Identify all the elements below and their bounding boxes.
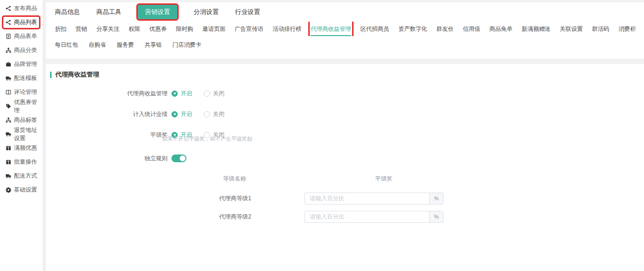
- gift-icon: [5, 145, 12, 151]
- subtab-credit-value[interactable]: 信用值: [463, 22, 480, 36]
- tab-product-info[interactable]: 商品信息: [55, 8, 80, 16]
- truck-icon: [5, 131, 12, 137]
- subtab-product-free-order[interactable]: 商品免单: [489, 22, 513, 36]
- sidebar-item-return-address-settings[interactable]: 退货地址设置: [0, 127, 43, 141]
- percent-input[interactable]: [304, 211, 429, 223]
- tab-industry-settings[interactable]: 行业设置: [235, 8, 260, 16]
- subtab-group-live-code[interactable]: 群活码: [592, 22, 609, 36]
- subtab-flash-sale[interactable]: 限时购: [176, 22, 193, 36]
- radio-dot-icon: [204, 111, 210, 117]
- card-gap: [46, 59, 644, 64]
- sidebar-item-delivery-method[interactable]: 配送方式: [0, 169, 43, 183]
- subtab-marketing[interactable]: 营销: [76, 22, 87, 36]
- subtab-consume-points-2[interactable]: 消费积分2: [618, 22, 635, 36]
- subtab-store-consume-card[interactable]: 门店消费卡: [172, 38, 201, 52]
- sidebar-item-batch-operations[interactable]: 批量操作: [0, 155, 43, 169]
- sidebar-item-delivery-template[interactable]: 配送模板: [0, 71, 43, 85]
- content-panel: 代理商收益管理 代理商收益管理 开启 关闭: [46, 64, 644, 271]
- subtab-coupon[interactable]: 优惠券: [149, 22, 167, 36]
- radio-dot-icon: [171, 90, 178, 97]
- form-row-agent-income: 代理商收益管理 开启 关闭: [46, 89, 644, 98]
- tab-profit-settings[interactable]: 分润设置: [194, 8, 219, 16]
- sidebar-item-publish-product[interactable]: 发布商品: [0, 1, 43, 15]
- tabs-card: 商品信息 商品工具 营销设置 分润设置 行业设置 折扣 营销 分享关注: [46, 2, 644, 59]
- percent-input[interactable]: [304, 193, 429, 205]
- subtab-permissions[interactable]: 权限: [129, 22, 140, 36]
- sidebar-item-product-form[interactable]: 商品表单: [0, 29, 43, 43]
- level-name: 代理商等级1: [219, 194, 277, 203]
- sidebar-item-product-list[interactable]: 商品列表: [0, 15, 43, 29]
- sidebar-item-product-category[interactable]: 商品分类: [0, 43, 43, 57]
- agent-income-off-radio[interactable]: 关闭: [204, 90, 224, 98]
- subtab-self-purchase-save[interactable]: 自购省: [89, 38, 106, 52]
- subtab-activity-ranking[interactable]: 活动排行榜: [273, 22, 302, 36]
- subtab-share-follow[interactable]: 分享关注: [96, 22, 119, 36]
- percent-suffix: %: [429, 211, 444, 223]
- subtab-asset-digitization[interactable]: 资产数字化: [398, 22, 427, 36]
- agent-income-label: 代理商收益管理: [46, 90, 168, 98]
- subtab-invite-page[interactable]: 邀请页面: [202, 22, 225, 36]
- subtab-agent-income-management[interactable]: 代理商收益管理: [311, 22, 351, 36]
- subtab-group-friend-price[interactable]: 群友价: [436, 22, 454, 36]
- stats-on-radio[interactable]: 开启: [171, 110, 192, 118]
- peer-award-hint: 如果不开启平级奖，则不产生平级奖励: [162, 136, 644, 142]
- subtab-service-fee[interactable]: 服务费: [117, 38, 134, 52]
- subtab-new-full-gift[interactable]: 新满额赠送: [522, 22, 551, 36]
- form-row-stats: 计入统计业绩 开启 关闭: [46, 109, 644, 119]
- level-table-header: 等级名称 平级奖: [46, 175, 644, 181]
- settings-form: 代理商收益管理 开启 关闭 计入统计业绩: [46, 89, 644, 223]
- col-header-peer-award: 平级奖: [341, 175, 427, 181]
- subtab-district-agent-recruit[interactable]: 区代招商员: [360, 22, 389, 36]
- subtab-shared-chain[interactable]: 共享链: [145, 38, 162, 52]
- truck-icon: [5, 75, 12, 81]
- sidebar-item-coupon-management[interactable]: 优惠券管理: [0, 99, 43, 113]
- radio-dot-icon: [171, 111, 178, 117]
- peer-award-label: 平级奖: [46, 131, 168, 139]
- secondary-tabs-row2: 每日红包 自购省 服务费 共享链 门店消费卡: [55, 36, 635, 59]
- subtab-ad-slogan[interactable]: 广告宣传语: [235, 22, 263, 36]
- toggle-knob: [180, 155, 185, 161]
- sidebar-item-full-amount-discount[interactable]: 满额优惠: [0, 141, 43, 155]
- table-row: 代理商等级1 %: [46, 192, 644, 205]
- form-row-independent-rule: 独立规则: [46, 154, 644, 163]
- sidebar: 发布商品 商品列表 商品表单 商品分类: [0, 0, 43, 271]
- app-window: 发布商品 商品列表 商品表单 商品分类: [0, 0, 644, 271]
- section-title-accent-bar: [50, 72, 52, 78]
- tab-product-tools[interactable]: 商品工具: [96, 8, 121, 16]
- share-icon: [5, 19, 12, 26]
- primary-tabs: 商品信息 商品工具 营销设置 分润设置 行业设置: [55, 2, 635, 22]
- secondary-tabs: 折扣 营销 分享关注 权限 优惠券 限时购 邀请页面 广告宣传语 活动排行榜: [55, 22, 635, 36]
- tree-icon: [5, 47, 12, 53]
- percent-suffix: %: [429, 193, 444, 205]
- level-name: 代理商等级2: [219, 213, 277, 221]
- independent-rule-label: 独立规则: [46, 155, 168, 163]
- subtab-discount[interactable]: 折扣: [55, 22, 66, 36]
- stats-label: 计入统计业绩: [46, 110, 168, 118]
- radio-dot-icon: [204, 90, 210, 97]
- share-icon: [5, 5, 12, 12]
- form-icon: [5, 33, 12, 39]
- table-row: 代理商等级2 %: [46, 210, 644, 223]
- level-table-body: 代理商等级1 % 代理商等级2: [46, 192, 644, 223]
- gear-icon: [5, 187, 12, 193]
- tag-icon: [5, 103, 12, 109]
- level-table: 等级名称 平级奖 代理商等级1 %: [46, 175, 644, 223]
- gift-icon: [5, 159, 12, 165]
- columns-icon: [5, 89, 12, 95]
- truck-icon: [5, 173, 12, 179]
- subtab-daily-red-packet[interactable]: 每日红包: [55, 38, 78, 52]
- sidebar-item-basic-settings[interactable]: 基础设置: [0, 183, 43, 197]
- stats-off-radio[interactable]: 关闭: [204, 110, 224, 118]
- independent-rule-toggle[interactable]: [171, 155, 186, 162]
- briefcase-icon: [5, 61, 12, 67]
- tree-icon: [5, 117, 12, 123]
- main-area: 商品信息 商品工具 营销设置 分润设置 行业设置 折扣 营销 分享关注: [43, 0, 644, 271]
- tab-marketing-settings[interactable]: 营销设置: [138, 5, 177, 19]
- sidebar-item-brand-management[interactable]: 品牌管理: [0, 57, 43, 71]
- col-header-level-name: 等级名称: [223, 175, 246, 181]
- agent-income-on-radio[interactable]: 开启: [171, 90, 192, 98]
- section-title: 代理商收益管理: [50, 70, 644, 79]
- subtab-association-settings[interactable]: 关联设置: [560, 22, 583, 36]
